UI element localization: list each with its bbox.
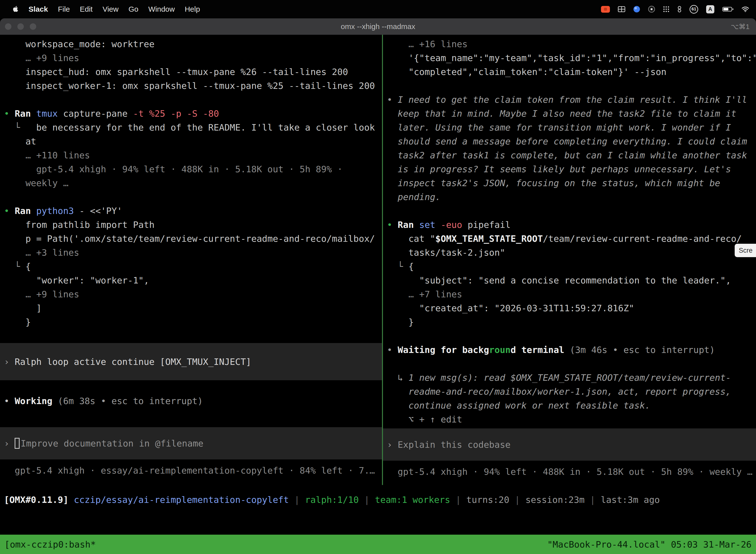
dot-grid-icon[interactable]	[663, 6, 670, 12]
spacer	[0, 380, 382, 394]
text-segment: Waiting for backg	[397, 345, 489, 355]
terminal-line: • Waiting for background terminal (3m 46…	[383, 343, 756, 357]
window-title-bar[interactable]: omx --xhigh --madmax ⌥⌘1	[0, 18, 756, 35]
menu-item[interactable]: File	[58, 5, 70, 13]
terminal-line	[0, 93, 382, 107]
screen-capture-overlay[interactable]: Scre	[735, 244, 756, 257]
apple-menu-icon[interactable]	[12, 6, 19, 13]
battery-percent-badge[interactable]: 61	[690, 5, 698, 14]
prompt-band[interactable]: › Explain this codebase	[383, 428, 756, 461]
text-segment: from pathlib import Path	[4, 220, 154, 230]
text-segment: - <<'PY'	[79, 206, 122, 216]
dark-circle-icon[interactable]	[648, 6, 655, 13]
close-button[interactable]	[5, 23, 11, 30]
battery-icon[interactable]	[722, 6, 734, 12]
menu-item[interactable]: Edit	[80, 5, 93, 13]
zoom-button[interactable]	[30, 23, 36, 30]
figure-eight-icon[interactable]	[677, 6, 682, 13]
prompt-band[interactable]: › Improve documentation in @filename	[0, 427, 382, 459]
text-cursor	[15, 438, 19, 449]
text-segment: readme-and-reco/mailbox/worker-1.json, a…	[387, 386, 731, 397]
omx-status-line: [OMX#0.11.9] cczip/essay/ai-reimplementa…	[0, 493, 756, 507]
terminal-line: "created_at": "2026-03-31T11:59:27.816Z"	[383, 301, 756, 315]
text-segment: gpt-5.4 xhigh · 94% left · 488K in · 5.1…	[4, 164, 342, 174]
text-segment: should send a message before completing …	[387, 136, 747, 147]
text-segment: Ran	[15, 108, 36, 119]
text-segment: tasks/task-2.json"	[387, 247, 505, 258]
text-segment: /team/review-current-readme-and-reco/	[543, 233, 742, 244]
spacer	[0, 459, 382, 464]
tmux-pane-left[interactable]: workspace_mode: worktree … +9 lines insp…	[0, 35, 382, 493]
text-segment: ⌥ + ↑ edit	[387, 414, 462, 425]
terminal-line: from pathlib import Path	[0, 218, 382, 232]
blue-orb-icon[interactable]	[633, 6, 640, 13]
terminal-line: keep that in mind. Maybe I also need the…	[383, 107, 756, 121]
input-source-icon[interactable]: A	[706, 5, 714, 13]
text-segment: -euo	[441, 220, 467, 230]
text-segment: Improve documentation in @filename	[20, 438, 203, 448]
tmux-status-bar: [omx-cczip0:bash* "MacBook-Pro-44.local"…	[0, 535, 756, 554]
text-segment: I need to get the claim token from the c…	[397, 95, 747, 105]
terminal-line: • Ran python3 - <<'PY'	[0, 204, 382, 218]
text-segment: … +3 lines	[4, 247, 79, 258]
menu-item[interactable]: Go	[128, 5, 138, 13]
terminal-line	[383, 204, 756, 218]
tmux-session-label: [omx-cczip0:bash*	[4, 539, 96, 550]
terminal-line: tasks/task-2.json"	[383, 246, 756, 260]
text-segment: {	[25, 261, 31, 272]
text-segment: p = Path('.omx/state/team/review-current…	[4, 233, 375, 244]
text-segment: └	[4, 261, 25, 272]
text-segment: team:1 workers	[375, 495, 450, 505]
terminal-line: • Ran tmux capture-pane -t %25 -p -S -80	[0, 107, 382, 121]
text-segment: [OMX#0.11.9]	[4, 495, 74, 505]
text-segment: … +16 lines	[387, 39, 467, 49]
text-segment: roun	[489, 345, 511, 355]
terminal-line: p = Path('.omx/state/team/review-current…	[0, 232, 382, 246]
text-segment: workspace_mode: worktree	[4, 39, 154, 49]
text-segment: "completed","claim_token":"claim-token"}…	[387, 67, 667, 77]
terminal-line: "subject": "send a concise recommendatio…	[383, 274, 756, 287]
text-segment: |	[359, 495, 375, 505]
text-segment: inspect_worker-1: omx sparkshell --tmux-…	[4, 81, 375, 91]
terminal-line: [OMX#0.11.9] cczip/essay/ai-reimplementa…	[0, 493, 756, 507]
prompt-band[interactable]: › Ralph loop active continue [OMX_TMUX_I…	[0, 343, 382, 380]
terminal-line: '{"team_name":"my-team","task_id":"1","f…	[383, 51, 756, 65]
text-segment: be necessary for the end of the README. …	[36, 122, 375, 132]
tmux-pane-right[interactable]: … +16 lines '{"team_name":"my-team","tas…	[383, 35, 756, 493]
terminal-line: ]	[0, 301, 382, 315]
text-segment: keep that in mind. Maybe I also need the…	[387, 108, 737, 119]
text-segment: last:3m ago	[601, 495, 660, 505]
terminal-line: }	[0, 315, 382, 329]
menu-app-name[interactable]: Slack	[28, 5, 48, 13]
spacer	[383, 461, 756, 465]
screen-recording-icon[interactable]	[601, 6, 610, 13]
menu-item[interactable]: Help	[185, 5, 200, 13]
wifi-icon[interactable]	[742, 6, 749, 12]
text-segment: (3m 46s • esc to interrupt)	[570, 345, 715, 355]
terminal-line: }	[383, 315, 756, 329]
text-segment: |	[509, 495, 525, 505]
text-segment: weekly …	[4, 178, 68, 188]
window-grid-icon[interactable]	[618, 6, 625, 12]
text-segment: capture-pane	[63, 108, 133, 119]
text-segment: Ran	[15, 206, 36, 216]
terminal-line: inspect_hud: omx sparkshell --tmux-pane …	[0, 65, 382, 79]
text-segment: cczip/essay/ai-reimplementation-copyleft	[74, 495, 289, 505]
menu-item[interactable]: View	[103, 5, 118, 13]
terminal-line: "completed","claim_token":"claim-token"}…	[383, 65, 756, 79]
terminal-line: pending.	[383, 190, 756, 204]
terminal-line: gpt-5.4 xhigh · 94% left · 488K in · 5.1…	[383, 465, 756, 479]
text-segment: ›	[4, 438, 15, 448]
terminal-line: • Working (6m 38s • esc to interrupt)	[0, 394, 382, 408]
terminal-line: • I need to get the claim token from the…	[383, 93, 756, 107]
terminal-line	[0, 329, 382, 343]
minimize-button[interactable]	[17, 23, 24, 30]
terminal-line: … +9 lines	[0, 287, 382, 301]
text-segment: ›	[387, 440, 397, 450]
text-segment: Working	[15, 396, 52, 406]
terminal-line	[383, 329, 756, 343]
terminal-line: task2 after task1 is complete, but can I…	[383, 149, 756, 162]
menu-item[interactable]: Window	[148, 5, 175, 13]
spacer	[0, 408, 382, 427]
text-segment: |	[289, 495, 305, 505]
